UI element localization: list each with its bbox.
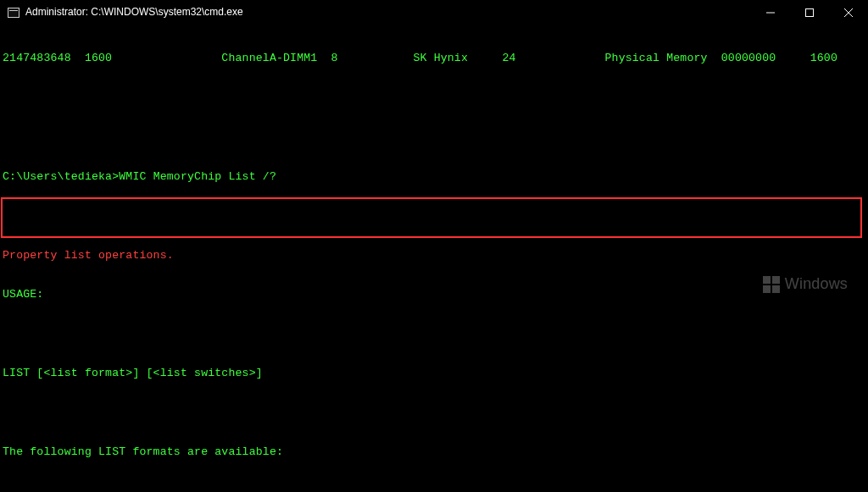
- usage-syntax: LIST [<list format>] [<list switches>]: [3, 367, 865, 380]
- usage-label: USAGE:: [3, 288, 865, 301]
- svg-rect-0: [806, 9, 814, 17]
- formats-header: The following LIST formats are available…: [3, 445, 865, 459]
- window-title: Administrator: C:\WINDOWS\system32\cmd.e…: [25, 6, 243, 19]
- cmd-app-icon: [7, 6, 20, 19]
- maximize-button[interactable]: [790, 0, 829, 25]
- minimize-button[interactable]: [751, 0, 790, 25]
- prompt-path: C:\Users\tedieka>: [3, 170, 119, 183]
- data-row: 2147483648 1600 ChannelA-DIMM1 8 SK Hyni…: [3, 52, 865, 65]
- terminal-surface[interactable]: 2147483648 1600 ChannelA-DIMM1 8 SK Hyni…: [0, 25, 868, 492]
- window-titlebar: Administrator: C:\WINDOWS\system32\cmd.e…: [0, 0, 868, 25]
- section-header: Property list operations.: [3, 249, 865, 263]
- close-button[interactable]: [829, 0, 868, 25]
- prompt-line: C:\Users\tedieka>WMIC MemoryChip List /?: [3, 170, 865, 184]
- command-text: WMIC MemoryChip List /?: [119, 170, 276, 183]
